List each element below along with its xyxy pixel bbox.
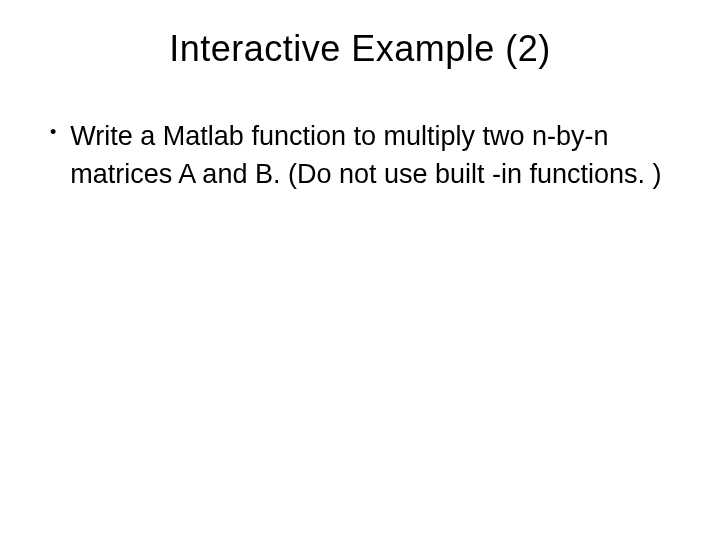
- slide: Interactive Example (2) • Write a Matlab…: [0, 0, 720, 540]
- bullet-marker: •: [50, 120, 56, 145]
- slide-title: Interactive Example (2): [40, 28, 680, 70]
- bullet-text: Write a Matlab function to multiply two …: [70, 118, 680, 194]
- bullet-item: • Write a Matlab function to multiply tw…: [50, 118, 680, 194]
- slide-content: • Write a Matlab function to multiply tw…: [40, 118, 680, 194]
